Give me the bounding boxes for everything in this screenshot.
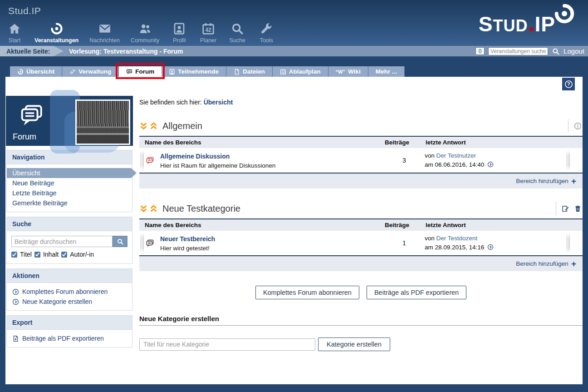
app-name: Stud.IP	[8, 5, 41, 16]
content-area: ? Forum Navigation Übersicht Neue Beiträ…	[5, 77, 583, 384]
svg-text:42: 42	[206, 27, 212, 33]
export-pdf-link[interactable]: Beiträge als PDF exportieren	[7, 333, 132, 343]
sidebar-hero: Forum	[6, 96, 132, 145]
logout-link[interactable]: Logout	[564, 47, 584, 55]
export-pdf-button[interactable]: Beiträge als PDF exportieren	[367, 286, 466, 299]
breadcrumb-label: Aktuelle Seite:	[0, 46, 64, 56]
nav-community[interactable]: Community	[131, 22, 159, 44]
goto-post-icon[interactable]	[487, 244, 494, 250]
tab-mehr[interactable]: Mehr ...	[368, 66, 405, 77]
add-area-link[interactable]: Bereich hinzufügen +	[516, 178, 576, 184]
breadcrumb-location: Sie befinden sich hier: Übersicht	[139, 99, 583, 106]
delete-category-icon[interactable]	[574, 205, 582, 213]
forum-chat-icon	[126, 69, 132, 75]
forum-table: Name des Bereichs Beiträge letzte Antwor…	[139, 218, 583, 271]
tab-forum[interactable]: Forum	[119, 66, 162, 77]
subscribe-forum-button[interactable]: Komplettes Forum abonnieren	[255, 286, 359, 299]
nav-tools[interactable]: Tools	[257, 22, 275, 44]
collapse-category-icon[interactable]	[139, 204, 148, 213]
goto-post-icon[interactable]	[487, 161, 494, 168]
course-search-button-icon[interactable]	[552, 47, 560, 55]
area-post-count: 1	[384, 239, 425, 247]
edit-category-icon[interactable]	[562, 205, 569, 213]
checkbox-autor[interactable]	[61, 252, 67, 258]
plus-icon: +	[571, 178, 576, 184]
area-last-answer: von Der Testdozent am 28.09.2015, 14:16	[425, 234, 565, 252]
area-name-link[interactable]: Neuer Testbereich	[160, 235, 215, 243]
footer-bar	[0, 384, 588, 392]
nav-planer[interactable]: 42 Planer	[199, 22, 217, 44]
nav-start[interactable]: Start	[5, 22, 24, 44]
studip-logo: STUDIP	[479, 12, 576, 36]
sidebar-context-title: Forum	[13, 132, 36, 142]
profile-icon	[172, 22, 186, 35]
main-column: Sie befinden sich hier: Übersicht Allgem…	[139, 77, 583, 351]
search-header: Suche	[7, 217, 132, 231]
sidebar-item-gemerkte-beitraege[interactable]: Gemerkte Beiträge	[7, 198, 132, 208]
table-footer-row: Bereich hinzufügen +	[139, 256, 583, 271]
arrow-circle-icon	[12, 298, 19, 305]
forum-table: Name des Bereichs Beiträge letzte Antwor…	[139, 136, 583, 189]
checkbox-inhalt[interactable]	[34, 252, 40, 258]
export-header: Export	[7, 316, 132, 330]
forum-area-row: Allgemeine Diskussion Hier ist Raum für …	[139, 148, 583, 174]
nav-nachrichten[interactable]: Nachrichten	[89, 22, 120, 44]
tab-uebersicht[interactable]: Übersicht	[10, 66, 62, 77]
area-description: Hier wird getestet!	[160, 245, 381, 252]
drag-handle[interactable]	[141, 233, 144, 253]
tools-wrench-icon	[260, 22, 273, 35]
lecture-hall-photo	[75, 99, 130, 145]
create-category-button[interactable]: Kategorie erstellen	[318, 337, 390, 351]
table-header-row: Name des Bereichs Beiträge letzte Antwor…	[139, 219, 583, 231]
sidebar-item-letzte-beitraege[interactable]: Letzte Beiträge	[7, 188, 132, 198]
new-category-title-input[interactable]	[139, 338, 315, 351]
sidebar-export-box: Export Beiträge als PDF exportieren	[6, 315, 132, 347]
collapse-category-icon[interactable]	[139, 122, 148, 130]
tab-wiki[interactable]: “W” Wiki	[328, 66, 368, 77]
expand-category-icon[interactable]	[149, 122, 158, 130]
plus-icon: +	[571, 261, 576, 267]
drag-handle[interactable]	[567, 150, 570, 170]
nav-suche[interactable]: Suche	[228, 22, 246, 44]
wiki-icon: “W”	[336, 69, 345, 74]
area-description: Hier ist Raum für allgemeine Diskussione…	[160, 162, 381, 169]
forum-search-button[interactable]	[113, 236, 127, 247]
last-answer-author-link[interactable]: Der Testnutzer	[436, 152, 476, 159]
participants-icon	[169, 69, 175, 75]
svg-text:42: 42	[282, 71, 284, 74]
counter-badge: 0	[475, 47, 485, 55]
nav-profil[interactable]: Profil	[170, 22, 188, 44]
drag-handle[interactable]	[567, 233, 570, 253]
forum-search-input[interactable]	[11, 236, 113, 247]
sidebar-item-neue-beitraege[interactable]: Neue Beiträge	[7, 178, 132, 188]
category-title: Neue Testkategorie	[162, 203, 556, 214]
location-uebersicht-link[interactable]: Übersicht	[204, 99, 233, 106]
breadcrumb-current: Vorlesung: Testveranstaltung - Forum	[69, 46, 183, 56]
course-search-input[interactable]	[488, 47, 548, 55]
sidebar-navigation-box: Navigation Übersicht Neue Beiträge Letzt…	[6, 150, 132, 212]
forum-bubbles-icon	[18, 103, 44, 129]
area-post-count: 3	[384, 157, 425, 164]
arrow-circle-icon	[12, 288, 19, 295]
area-last-answer: von Der Testnutzer am 06.06.2016, 14:40	[425, 151, 565, 169]
add-area-link[interactable]: Bereich hinzufügen +	[516, 260, 576, 267]
admin-gears-icon	[69, 69, 76, 75]
new-category-heading: Neue Kategorie erstellen	[139, 315, 583, 326]
expand-category-icon[interactable]	[149, 204, 158, 213]
pdf-file-icon	[12, 335, 19, 342]
tab-dateien[interactable]: Dateien	[226, 66, 273, 77]
nav-veranstaltungen[interactable]: Veranstaltungen	[34, 22, 78, 44]
tab-ablaufplan[interactable]: 42 Ablaufplan	[273, 66, 328, 77]
drag-handle[interactable]	[141, 150, 144, 170]
last-answer-author-link[interactable]: Der Testdozent	[436, 235, 478, 242]
top-navigation: Start Veranstaltungen Nachrichten Commun…	[5, 22, 275, 44]
create-category-link[interactable]: Neue Kategorie erstellen	[7, 297, 132, 307]
tab-teilnehmende[interactable]: Teilnehmende	[162, 66, 226, 77]
subscribe-forum-link[interactable]: Komplettes Forum abonnieren	[7, 287, 132, 297]
tab-verwaltung[interactable]: Verwaltung	[62, 66, 119, 77]
sidebar-item-uebersicht[interactable]: Übersicht	[7, 168, 137, 178]
checkbox-titel[interactable]	[11, 252, 17, 258]
area-name-link[interactable]: Allgemeine Diskussion	[160, 153, 230, 160]
home-icon	[8, 22, 21, 35]
info-icon[interactable]	[574, 122, 582, 130]
